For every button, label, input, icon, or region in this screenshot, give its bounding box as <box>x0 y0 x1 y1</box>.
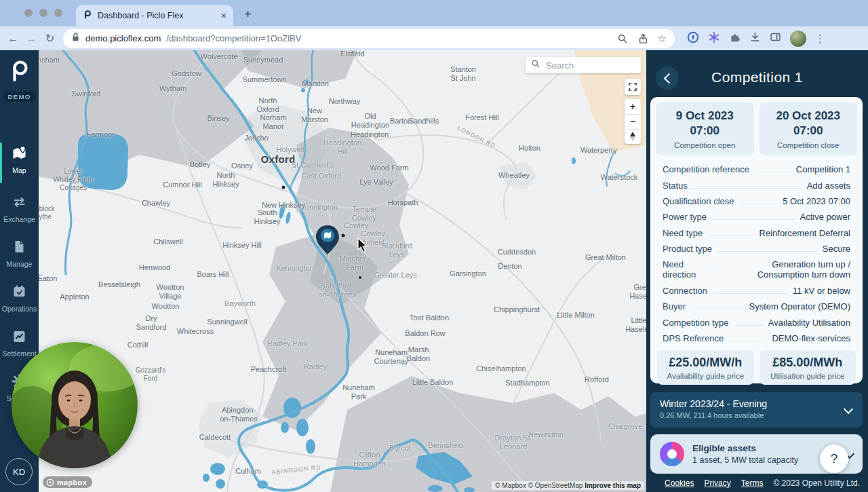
map-label: Wootton Village <box>157 283 184 301</box>
open-caption: Competition open <box>658 141 751 149</box>
webcam-video <box>12 342 138 468</box>
cookies-link[interactable]: Cookies <box>665 478 694 488</box>
map-label: Nuneham Courtenay <box>374 348 409 366</box>
map-label: Summertown <box>243 75 287 84</box>
share-icon[interactable] <box>637 33 648 44</box>
map-label: Great Milton <box>585 253 626 262</box>
calendar-check-icon <box>11 284 28 303</box>
browser-tab-strip: Dashboard - Piclo Flex × + <box>0 0 868 26</box>
puzzle-icon[interactable] <box>729 31 741 45</box>
availability-price: £25.00/MW/h <box>658 356 753 370</box>
tab-title: Dashboard - Piclo Flex <box>98 11 216 20</box>
map-label: Osney <box>231 162 253 170</box>
sidebar-item-label: Map <box>12 166 26 174</box>
password-manager-icon[interactable] <box>687 31 699 46</box>
tab-close-icon[interactable]: × <box>221 10 226 21</box>
zoom-in-button[interactable]: + <box>625 100 641 114</box>
privacy-link[interactable]: Privacy <box>704 478 730 488</box>
sidebar-item-exchange[interactable]: Exchange <box>0 194 39 223</box>
download-icon[interactable] <box>749 31 761 45</box>
side-panel-icon[interactable] <box>770 31 781 45</box>
map-label: Chalgrove <box>608 422 642 431</box>
profile-avatar[interactable] <box>790 31 806 47</box>
detail-row: Qualification close5 Oct 2023 07:00 <box>663 193 850 209</box>
new-tab-button[interactable]: + <box>244 7 252 22</box>
browser-tab[interactable]: Dashboard - Piclo Flex × <box>76 5 233 26</box>
sidebar-item-settlement[interactable]: Settlement <box>0 328 39 358</box>
map-label: Waterstock <box>601 173 638 182</box>
detail-row: StatusAdd assets <box>663 177 850 193</box>
map-label: Great Haseley <box>629 283 646 301</box>
map-label: Eaton <box>39 274 57 283</box>
map-label: Sandford- on-Thames <box>318 282 356 299</box>
service-window-row[interactable]: Winter 2023/24 - Evening 0.26 MW, 211.4 … <box>650 392 863 428</box>
fullscreen-button[interactable] <box>625 79 641 95</box>
asset-map-pin[interactable] <box>313 221 342 257</box>
map-label: Sunningwell <box>207 318 247 326</box>
forward-button[interactable]: → <box>22 33 41 45</box>
map-label: Newington <box>528 430 564 439</box>
window-close-button[interactable] <box>24 9 33 17</box>
copyright-text: © 2023 Open Utility Ltd. <box>773 478 860 488</box>
detail-row: Competition typeAvailability Utilisation <box>663 314 850 330</box>
compass-button[interactable] <box>625 130 641 144</box>
map-label: Blackbird Leys <box>381 242 412 259</box>
sidebar-item-operations[interactable]: Operations <box>0 284 39 313</box>
sidebar-item-manage[interactable]: Manage <box>0 239 39 268</box>
search-input[interactable] <box>545 60 646 71</box>
zoom-out-button[interactable]: − <box>625 115 641 129</box>
map-label: Hinksey Hill <box>222 241 261 250</box>
improve-map-link[interactable]: Improve this map <box>585 482 641 489</box>
window-controls[interactable] <box>24 9 62 17</box>
map-label: Lye Valley <box>359 178 393 187</box>
screen: { "browser": { "tab": {"title": "Dashboa… <box>0 0 868 492</box>
help-button[interactable]: ? <box>820 444 848 473</box>
map-label: Stanton St John <box>450 65 476 83</box>
back-button[interactable]: ← <box>4 33 22 45</box>
map-label: Lower Whitley Farm Cottages <box>54 168 94 191</box>
map-label: Bablock Hythe <box>39 205 55 221</box>
search-icon <box>531 59 540 71</box>
map-label: Wolvercote <box>201 52 238 61</box>
terms-link[interactable]: Terms <box>741 478 764 488</box>
reload-button[interactable]: ↻ <box>41 32 59 45</box>
window-maximize-button[interactable] <box>54 9 62 17</box>
piclo-logo[interactable] <box>8 59 31 89</box>
extensions-row: ⋮ <box>687 31 829 47</box>
mapbox-logo[interactable]: mapbox <box>43 476 92 488</box>
open-time: 07:00 <box>658 124 751 138</box>
map-label: Whitecross <box>177 327 214 336</box>
map-label: Garsington <box>450 269 486 278</box>
lock-icon <box>71 32 80 45</box>
close-caption: Competition close <box>762 141 855 149</box>
map-label: Farmoor <box>86 130 115 139</box>
map-label: Baldon Row <box>405 329 445 338</box>
availability-price-caption: Availability guide price <box>658 372 753 380</box>
map-label: Waterperry <box>580 146 617 155</box>
star-icon[interactable]: ☆ <box>658 33 667 45</box>
map-label: Chiselhampton <box>476 364 526 373</box>
url-bar[interactable]: demo.picloflex.com /dashboard?competitio… <box>63 29 675 48</box>
map-label: Temple Cowley <box>352 205 376 223</box>
attribution-text: © Mapbox © OpenStreetMap <box>495 482 585 489</box>
sidebar-item-map[interactable]: Map <box>0 145 39 174</box>
map-label: Berinsfield <box>428 441 462 450</box>
sidebar-item-label: Manage <box>7 260 33 268</box>
map-label: Elsfield <box>340 50 364 58</box>
window-minimize-button[interactable] <box>39 9 47 17</box>
close-date: 20 Oct 2023 <box>762 109 855 123</box>
user-initials-badge[interactable]: KD <box>5 458 33 485</box>
map-label: Stadhampton <box>505 379 549 387</box>
snowflake-extension-icon[interactable] <box>708 31 720 46</box>
browser-menu-icon[interactable]: ⋮ <box>815 33 825 45</box>
map-label: Clifton Hampden <box>353 451 386 468</box>
map-label: Culham <box>235 467 261 476</box>
map-label: New Marston <box>301 107 328 124</box>
map-label: Barton <box>390 117 412 126</box>
map-label: Boars Hill <box>197 270 229 279</box>
map-label: Forest Hill <box>465 113 499 122</box>
zoom-icon[interactable] <box>617 33 628 44</box>
map-label: North Oxford <box>256 96 279 114</box>
map-search-box[interactable] <box>526 57 641 73</box>
utilisation-price-caption: Utilisation guide price <box>761 372 855 380</box>
